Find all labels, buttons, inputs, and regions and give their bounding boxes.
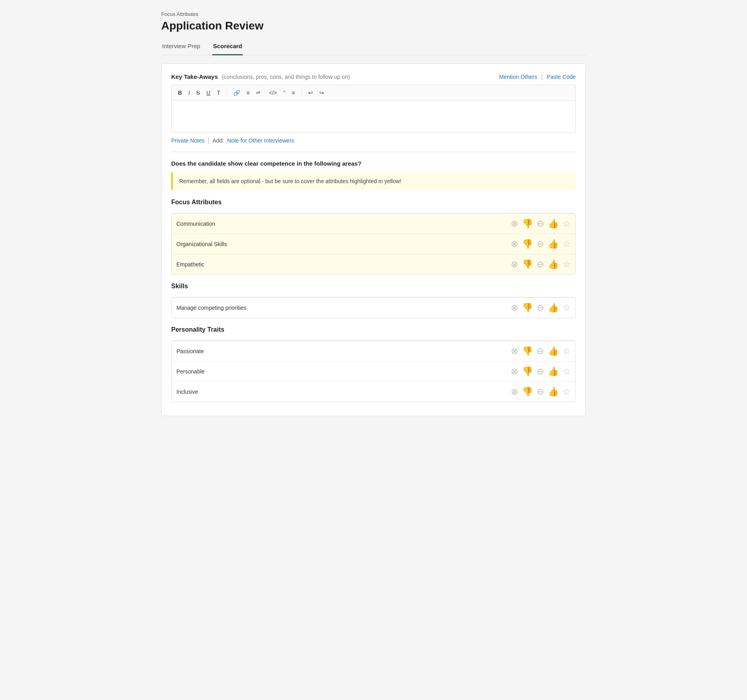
bullet-list-button[interactable]: ≡ [245,89,251,96]
no-icon[interactable]: ⊗ [511,260,518,269]
thumbs-up-icon[interactable]: 👍 [548,367,559,376]
toolbar-sep-2 [301,89,302,96]
tab-scorecard[interactable]: Scorecard [212,39,243,55]
star-icon[interactable]: ☆ [563,387,571,396]
blockquote-button[interactable]: " [282,89,287,96]
personality-traits-title: Personality Traits [171,326,576,337]
neutral-icon[interactable]: ⊖ [537,347,544,356]
thumbs-down-icon[interactable]: 👎 [522,303,533,312]
star-icon[interactable]: ☆ [563,347,571,356]
section-personality-traits: Personality Traits Passionate ⊗ 👎 ⊖ 👍 [171,326,576,402]
rating-cell-org-skills: ⊗ 👎 ⊖ 👍 ☆ [394,234,575,254]
no-icon[interactable]: ⊗ [511,347,518,356]
tab-interview-prep[interactable]: Interview Prep [161,39,201,55]
header-actions: Mention Others | Paste Code [499,74,576,80]
italic-button[interactable]: I [187,89,192,96]
skills-title: Skills [171,283,576,294]
neutral-icon[interactable]: ⊖ [537,219,544,228]
section-skills: Skills Manage competing priorities ⊗ 👎 ⊖ [171,283,576,318]
key-takeaways-title-area: Key Take-Aways (conclusions, pros, cons,… [171,73,350,80]
competence-question: Does the candidate show clear competence… [171,160,576,167]
thumbs-down-icon[interactable]: 👎 [522,387,533,396]
mention-others-link[interactable]: Mention Others [499,74,537,80]
key-takeaways-title: Key Take-Aways [171,73,218,80]
table-row: Empathetic ⊗ 👎 ⊖ 👍 ☆ [172,254,575,275]
paste-code-link[interactable]: Paste Code [547,74,576,80]
private-notes-link[interactable]: Private Notes [171,137,205,144]
table-row: Communication ⊗ 👎 ⊖ 👍 ☆ [172,214,575,234]
attr-name-empathetic: Empathetic [172,254,394,275]
focus-attributes-title: Focus Attributes [171,199,576,210]
key-takeaways-subtitle: (conclusions, pros, cons, and things to … [222,74,350,80]
tabs-nav: Interview Prep Scorecard [161,39,586,55]
thumbs-down-icon[interactable]: 👎 [522,347,533,356]
editor-body[interactable] [171,101,576,133]
svg-text:⇌: ⇌ [256,90,260,96]
code-button[interactable]: </> [267,89,278,96]
skills-table-wrapper: Manage competing priorities ⊗ 👎 ⊖ 👍 ☆ [171,297,576,318]
table-row: Passionate ⊗ 👎 ⊖ 👍 ☆ [172,341,575,362]
star-icon[interactable]: ☆ [563,240,571,248]
thumbs-down-icon[interactable]: 👎 [522,219,533,228]
rating-cell-passionate: ⊗ 👎 ⊖ 👍 ☆ [394,341,575,362]
star-icon[interactable]: ☆ [563,303,571,312]
rating-cell-inclusive: ⊗ 👎 ⊖ 👍 ☆ [394,382,575,402]
yellow-notice: Remember, all fields are optional - but … [171,172,576,190]
strikethrough-button[interactable]: S [195,89,201,96]
neutral-icon[interactable]: ⊖ [537,303,544,312]
star-icon[interactable]: ☆ [563,219,571,228]
footer-sep: | [208,137,209,144]
note-for-interviewers-link[interactable]: Note for Other Interviewers [227,137,294,144]
rating-cell-communication: ⊗ 👎 ⊖ 👍 ☆ [394,214,575,234]
thumbs-up-icon[interactable]: 👍 [548,240,559,248]
scorecard-card: Key Take-Aways (conclusions, pros, cons,… [161,63,586,416]
link-button[interactable]: 🔗 [232,89,242,96]
rating-cell-personable: ⊗ 👎 ⊖ 👍 ☆ [394,362,575,382]
personality-traits-table-wrapper: Passionate ⊗ 👎 ⊖ 👍 ☆ [171,340,576,402]
actions-divider: | [541,74,543,80]
personality-traits-table: Passionate ⊗ 👎 ⊖ 👍 ☆ [172,341,575,402]
thumbs-up-icon[interactable]: 👍 [548,219,559,228]
neutral-icon[interactable]: ⊖ [537,240,544,248]
divider-1 [171,152,576,152]
editor-toolbar: B I S U T 🔗 ≡ ⇌ </> " ≡ ↩ ↪ [171,85,576,101]
no-icon[interactable]: ⊗ [511,219,518,228]
neutral-icon[interactable]: ⊖ [537,367,544,376]
add-label: Add: [213,137,224,144]
no-icon[interactable]: ⊗ [511,387,518,396]
thumbs-up-icon[interactable]: 👍 [548,303,559,312]
editor-footer: Private Notes | Add: Note for Other Inte… [171,137,576,144]
neutral-icon[interactable]: ⊖ [537,260,544,269]
underline-button[interactable]: U [205,89,212,96]
redo-button[interactable]: ↪ [318,89,326,96]
attr-name-manage-priorities: Manage competing priorities [172,298,394,318]
skills-table: Manage competing priorities ⊗ 👎 ⊖ 👍 ☆ [172,297,575,318]
no-icon[interactable]: ⊗ [511,240,518,248]
section-focus-attributes: Focus Attributes Communication ⊗ 👎 ⊖ 👍 [171,199,576,275]
star-icon[interactable]: ☆ [563,367,571,376]
thumbs-down-icon[interactable]: 👎 [522,240,533,248]
attr-name-inclusive: Inclusive [172,382,394,402]
rating-cell-manage-priorities: ⊗ 👎 ⊖ 👍 ☆ [394,298,575,318]
attr-name-org-skills: Organizational Skills [172,234,394,254]
toolbar-sep-1 [227,89,227,96]
text-format-button[interactable]: T [215,89,222,96]
no-icon[interactable]: ⊗ [511,367,518,376]
breadcrumb: Focus Attributes [161,11,586,17]
no-icon[interactable]: ⊗ [511,303,518,312]
bold-button[interactable]: B [176,89,184,96]
key-takeaways-header: Key Take-Aways (conclusions, pros, cons,… [171,73,576,80]
thumbs-up-icon[interactable]: 👍 [548,260,559,269]
star-icon[interactable]: ☆ [563,260,571,269]
undo-button[interactable]: ↩ [307,89,315,96]
table-row: Personable ⊗ 👎 ⊖ 👍 ☆ [172,362,575,382]
page-title: Application Review [161,20,586,32]
attr-name-passionate: Passionate [172,341,394,362]
ordered-list-button[interactable]: ⇌ [254,88,264,97]
align-button[interactable]: ≡ [290,89,296,96]
thumbs-up-icon[interactable]: 👍 [548,387,559,396]
thumbs-up-icon[interactable]: 👍 [548,347,559,356]
thumbs-down-icon[interactable]: 👎 [522,260,533,269]
neutral-icon[interactable]: ⊖ [537,387,544,396]
thumbs-down-icon[interactable]: 👎 [522,367,533,376]
